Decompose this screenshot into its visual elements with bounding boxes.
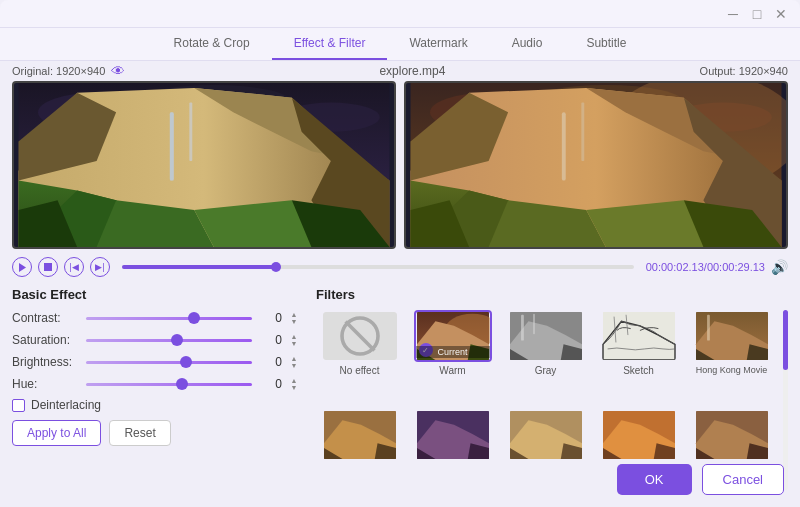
filter-current-label: Current [416,346,490,358]
filters-scrollbar[interactable] [783,310,788,490]
filter-thumb-no-effect [321,310,399,362]
deinterlacing-checkbox[interactable] [12,399,25,412]
videos-container [0,81,800,253]
contrast-row: Contrast: 0 ▲ ▼ [12,310,300,326]
filter-thumb-7 [414,409,492,461]
output-video[interactable] [404,81,788,249]
progress-fill [122,265,276,269]
svg-rect-12 [189,103,192,162]
original-info: Original: 1920×940 [12,65,105,77]
tab-watermark[interactable]: Watermark [387,28,489,60]
contrast-down[interactable]: ▼ [288,318,300,325]
hue-row: Hue: 0 ▲ ▼ [12,376,300,392]
brightness-down[interactable]: ▼ [288,362,300,369]
progress-bar[interactable] [122,265,634,269]
svg-rect-11 [170,112,174,180]
filter-thumb-9 [600,409,678,461]
no-effect-icon [323,312,397,360]
filter-name-gray: Gray [535,365,557,376]
hue-up[interactable]: ▲ [288,377,300,384]
filter-no-effect[interactable]: No effect [316,310,403,403]
saturation-slider[interactable] [86,332,252,348]
filter-name-warm: Warm [439,365,465,376]
filter-name-hk-movie: Hong Kong Movie [696,365,768,375]
volume-icon[interactable]: 🔊 [771,259,788,275]
brightness-value: 0 [258,355,282,369]
filter-thumb-gray [507,310,585,362]
filter-7[interactable] [409,409,496,491]
hue-down[interactable]: ▼ [288,384,300,391]
filters-grid: No effect [316,310,779,490]
eye-icon[interactable]: 👁 [111,63,125,79]
progress-thumb [271,262,281,272]
filter-thumb-10 [693,409,771,461]
filter-sketch[interactable]: Sketch [595,310,682,403]
hue-slider[interactable] [86,376,252,392]
close-button[interactable]: ✕ [774,7,788,21]
contrast-value: 0 [258,311,282,325]
svg-rect-38 [44,263,52,271]
time-display: 00:00:02.13/00:00:29.13 [646,261,765,273]
prev-frame-button[interactable]: |◀ [64,257,84,277]
filter-8[interactable] [502,409,589,491]
svg-marker-37 [19,263,26,272]
playback-controls: |◀ ▶| 00:00:02.13/00:00:29.13 🔊 [0,253,800,281]
tab-rotate-crop[interactable]: Rotate & Crop [152,28,272,60]
window-controls: ─ □ ✕ [726,7,788,21]
filter-hk-movie[interactable]: Hong Kong Movie [688,310,775,403]
apply-all-button[interactable]: Apply to All [12,420,101,446]
filter-thumb-6 [321,409,399,461]
filter-thumb-8 [507,409,585,461]
contrast-up[interactable]: ▲ [288,311,300,318]
basic-effect-panel: Basic Effect Contrast: 0 ▲ ▼ Saturation: [12,287,300,490]
play-button[interactable] [12,257,32,277]
brightness-up[interactable]: ▲ [288,355,300,362]
tab-effect-filter[interactable]: Effect & Filter [272,28,388,60]
svg-rect-29 [562,112,566,180]
svg-line-40 [345,322,374,351]
tab-subtitle[interactable]: Subtitle [564,28,648,60]
filters-scrollbar-thumb [783,310,788,370]
svg-rect-52 [603,312,675,360]
contrast-spinner[interactable]: ▲ ▼ [288,311,300,325]
filter-gray[interactable]: Gray [502,310,589,403]
contrast-slider[interactable] [86,310,252,326]
saturation-down[interactable]: ▼ [288,340,300,347]
contrast-label: Contrast: [12,311,80,325]
next-frame-button[interactable]: ▶| [90,257,110,277]
brightness-label: Brightness: [12,355,80,369]
ok-button[interactable]: OK [617,464,692,495]
stop-button[interactable] [38,257,58,277]
cancel-button[interactable]: Cancel [702,464,784,495]
saturation-up[interactable]: ▲ [288,333,300,340]
svg-rect-50 [521,315,524,341]
reset-button[interactable]: Reset [109,420,170,446]
bottom-bar: OK Cancel [617,464,784,495]
hue-value: 0 [258,377,282,391]
basic-effect-title: Basic Effect [12,287,300,302]
filter-warm[interactable]: ✓ Current Warm [409,310,496,403]
minimize-button[interactable]: ─ [726,7,740,21]
brightness-spinner[interactable]: ▲ ▼ [288,355,300,369]
hue-spinner[interactable]: ▲ ▼ [288,377,300,391]
tab-bar: Rotate & Crop Effect & Filter Watermark … [0,28,800,61]
action-buttons: Apply to All Reset [12,420,300,446]
brightness-row: Brightness: 0 ▲ ▼ [12,354,300,370]
original-video[interactable] [12,81,396,249]
filter-6[interactable] [316,409,403,491]
filter-thumb-warm: ✓ Current [414,310,492,362]
tab-audio[interactable]: Audio [490,28,565,60]
filter-name-sketch: Sketch [623,365,654,376]
video-info-row: Original: 1920×940 👁 explore.mp4 Output:… [0,61,800,81]
saturation-row: Saturation: 0 ▲ ▼ [12,332,300,348]
hue-label: Hue: [12,377,80,391]
svg-rect-30 [581,103,584,162]
filter-thumb-sketch [600,310,678,362]
filter-name-no-effect: No effect [340,365,380,376]
brightness-slider[interactable] [86,354,252,370]
filter-thumb-hk-movie [693,310,771,362]
maximize-button[interactable]: □ [750,7,764,21]
deinterlacing-row: Deinterlacing [12,398,300,412]
saturation-spinner[interactable]: ▲ ▼ [288,333,300,347]
svg-rect-51 [533,314,535,334]
